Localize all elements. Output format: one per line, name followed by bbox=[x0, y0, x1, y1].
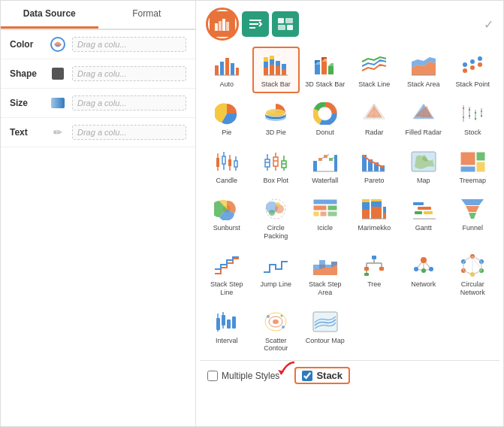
svg-rect-80 bbox=[228, 159, 231, 166]
chart-stock[interactable]: Stock bbox=[449, 95, 497, 141]
svg-rect-15 bbox=[231, 63, 234, 75]
donut-icon bbox=[310, 100, 340, 127]
stack-checkbox[interactable] bbox=[302, 371, 312, 381]
pie-label: Pie bbox=[222, 129, 231, 137]
svg-rect-135 bbox=[371, 207, 382, 219]
chart-waterfall[interactable]: Waterfall bbox=[301, 143, 349, 189]
chart-funnel[interactable]: Funnel bbox=[449, 190, 497, 245]
stack-area-label: Stack Area bbox=[407, 80, 440, 89]
chart-treemap[interactable]: Treemap bbox=[449, 143, 497, 189]
chart-filled-radar[interactable]: Filled Radar bbox=[400, 95, 448, 141]
svg-point-111 bbox=[369, 159, 372, 162]
svg-rect-104 bbox=[334, 155, 337, 171]
multiple-styles-checkbox[interactable] bbox=[207, 371, 218, 381]
svg-point-169 bbox=[421, 257, 427, 263]
svg-rect-129 bbox=[313, 211, 319, 217]
right-panel: ✓ Auto bbox=[196, 1, 503, 426]
svg-rect-18 bbox=[264, 68, 268, 75]
chart-interval[interactable]: Interval bbox=[203, 303, 251, 358]
svg-rect-16 bbox=[236, 68, 239, 75]
3d-stack-bar-label: 3D Stack Bar bbox=[305, 80, 345, 89]
chart-stack-step-area[interactable]: Stack Step Area bbox=[301, 247, 349, 301]
treemap-label: Treemap bbox=[459, 177, 486, 185]
svg-point-44 bbox=[478, 62, 482, 67]
tab-format[interactable]: Format bbox=[98, 1, 196, 29]
chart-contour-map[interactable]: Contour Map bbox=[301, 303, 349, 358]
candle-label: Candle bbox=[216, 177, 237, 185]
map-label: Map bbox=[417, 177, 430, 185]
circular-network-icon bbox=[457, 252, 487, 279]
svg-rect-77 bbox=[222, 156, 225, 164]
chart-map[interactable]: Map bbox=[400, 143, 448, 189]
tab-data-source[interactable]: Data Source bbox=[1, 1, 98, 29]
chart-box-plot[interactable]: Box Plot bbox=[252, 143, 300, 189]
svg-rect-24 bbox=[276, 66, 280, 75]
chart-network[interactable]: Network bbox=[400, 247, 448, 301]
treemap-icon bbox=[457, 148, 487, 175]
svg-rect-26 bbox=[282, 69, 286, 75]
chart-scatter-contour[interactable]: Scatter Contour bbox=[252, 303, 300, 358]
svg-rect-119 bbox=[476, 162, 485, 172]
stack-group-container: Stack bbox=[288, 367, 350, 384]
chart-stack-bar[interactable]: Stack Bar bbox=[252, 47, 300, 93]
svg-point-199 bbox=[267, 315, 270, 318]
box-plot-icon bbox=[261, 148, 291, 175]
chart-3d-stack-bar[interactable]: 3D Stack Bar bbox=[301, 47, 349, 93]
contour-map-icon bbox=[310, 308, 340, 335]
chart-3d-pie[interactable]: 3D Pie bbox=[252, 95, 300, 141]
chart-pareto[interactable]: Pareto bbox=[351, 143, 399, 189]
chart-sunburst[interactable]: Sunburst bbox=[203, 190, 251, 245]
network-icon bbox=[409, 252, 439, 279]
chart-auto[interactable]: Auto bbox=[203, 47, 251, 93]
chart-icicle[interactable]: Icicle bbox=[301, 190, 349, 245]
chart-pie[interactable]: Pie bbox=[203, 95, 251, 141]
svg-marker-36 bbox=[328, 63, 333, 66]
svg-rect-10 bbox=[278, 25, 285, 30]
svg-rect-163 bbox=[364, 273, 369, 276]
text-icon: ✏ bbox=[50, 124, 66, 141]
svg-point-47 bbox=[266, 109, 285, 117]
svg-rect-29 bbox=[315, 65, 320, 74]
sort-icon-btn[interactable] bbox=[242, 11, 269, 37]
stack-point-icon bbox=[457, 52, 487, 79]
chart-circular-network[interactable]: Circular Network bbox=[449, 247, 497, 301]
checkmark-icon: ✓ bbox=[484, 17, 493, 32]
chart-candle[interactable]: Candle bbox=[203, 143, 251, 189]
chart-stack-step-line[interactable]: Stack Step Line bbox=[203, 247, 251, 301]
text-drop-zone[interactable]: Drag a colu... bbox=[72, 125, 186, 140]
stack-line-icon bbox=[359, 52, 389, 79]
svg-marker-147 bbox=[466, 206, 479, 212]
chart-circle-packing[interactable]: Circle Packing bbox=[252, 190, 300, 245]
chart-marimekko[interactable]: Marimekko bbox=[351, 190, 399, 245]
shape-drop-zone[interactable]: Drag a colu... bbox=[72, 66, 186, 81]
chart-donut[interactable]: Donut bbox=[301, 95, 349, 141]
svg-rect-98 bbox=[318, 158, 322, 161]
svg-rect-102 bbox=[329, 158, 333, 161]
chart-stack-point[interactable]: Stack Point bbox=[449, 47, 497, 93]
svg-rect-130 bbox=[320, 211, 327, 217]
layout-icon-btn[interactable] bbox=[272, 11, 299, 37]
svg-rect-25 bbox=[276, 61, 280, 66]
svg-point-200 bbox=[282, 326, 285, 329]
chart-radar[interactable]: Radar bbox=[351, 95, 399, 141]
color-drop-zone[interactable]: Drag a colu... bbox=[72, 37, 186, 52]
stack-checkbox-group[interactable]: Stack bbox=[294, 367, 350, 384]
tabs: Data Source Format bbox=[1, 1, 195, 30]
svg-point-113 bbox=[381, 165, 384, 168]
size-drop-zone[interactable]: Drag a colu... bbox=[72, 95, 186, 111]
chart-stack-area[interactable]: Stack Area bbox=[400, 47, 448, 93]
color-icon bbox=[50, 36, 66, 53]
stack-point-label: Stack Point bbox=[455, 80, 490, 89]
waterfall-icon bbox=[310, 148, 340, 175]
svg-rect-132 bbox=[362, 210, 370, 219]
chart-stack-line[interactable]: Stack Line bbox=[351, 47, 399, 93]
chart-gantt[interactable]: Gantt bbox=[400, 190, 448, 245]
pareto-icon bbox=[359, 148, 389, 175]
chart-jump-line[interactable]: Jump Line bbox=[252, 247, 300, 301]
3d-pie-icon bbox=[261, 100, 291, 127]
shape-field-row: Shape Drag a colu... bbox=[1, 59, 195, 89]
bar-chart-btn[interactable] bbox=[210, 11, 235, 37]
chart-tree[interactable]: Tree bbox=[351, 247, 399, 301]
svg-point-43 bbox=[470, 59, 475, 64]
circular-network-label: Circular Network bbox=[452, 280, 494, 297]
